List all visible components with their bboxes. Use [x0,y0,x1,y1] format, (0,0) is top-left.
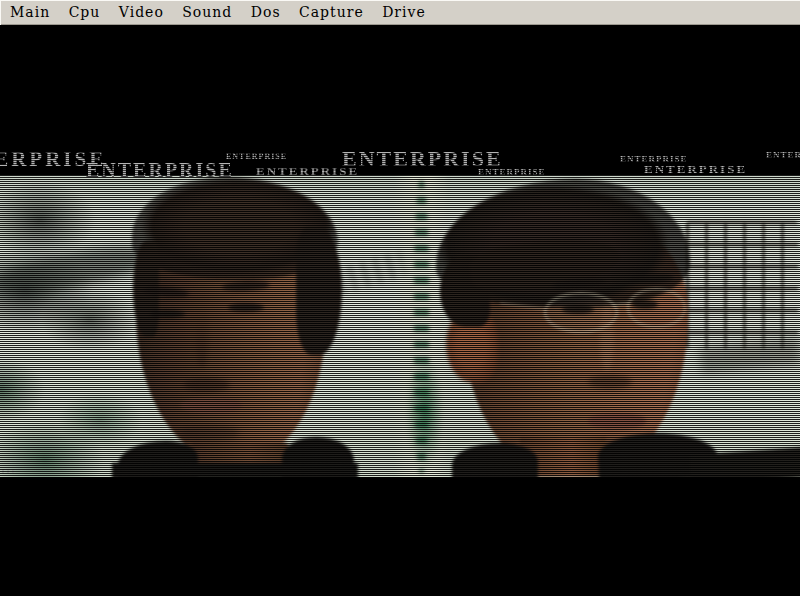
menu-item-sound[interactable]: Sound [175,0,239,24]
menu-bar: Main Cpu Video Sound Dos Capture Drive [0,0,800,25]
left-man-nose-shadow [196,310,208,368]
left-man-shoulders [112,463,358,477]
watermark-enterprise: ENTERPRISE [86,159,234,182]
left-man-lips [180,398,242,413]
menu-item-main[interactable]: Main [3,0,57,24]
menu-item-drive[interactable]: Drive [375,0,433,24]
left-man-nose-base [184,378,230,392]
left-man-chin-shadow [178,425,240,441]
watermark-enterprise: ENTERPRISE [644,163,747,177]
film-scene [0,175,800,477]
left-man-hair-side-right [296,227,342,355]
watermark-enterprise: ENTERPRISE [478,167,546,177]
menu-item-cpu[interactable]: Cpu [62,0,108,24]
right-man-nose-highlight [600,303,614,371]
frame-artifact-dots [2,469,17,473]
right-man-eye-right [632,300,658,309]
window-lattice [686,221,798,349]
menu-item-video[interactable]: Video [112,0,171,24]
left-man-eye-right [228,303,264,312]
calligraphy-green-blob [406,355,444,470]
right-man-collar-left [452,443,538,477]
emulator-window: Main Cpu Video Sound Dos Capture Drive E… [0,0,800,596]
video-frame [0,175,800,477]
emulator-screen[interactable]: ENTERPRISE ENTERPRISE ENTERPRISE ENTERPR… [0,25,800,596]
watermark-enterprise: ENTERPRISE [226,152,287,161]
menu-item-dos[interactable]: Dos [244,0,288,24]
right-man-lips [588,413,646,429]
right-man-nose-base [588,375,632,389]
right-man-eye-left [562,305,594,314]
menu-item-capture[interactable]: Capture [292,0,371,24]
watermark-enterprise: ENTERPRISE [766,150,800,160]
left-man-eye-left [150,310,185,318]
